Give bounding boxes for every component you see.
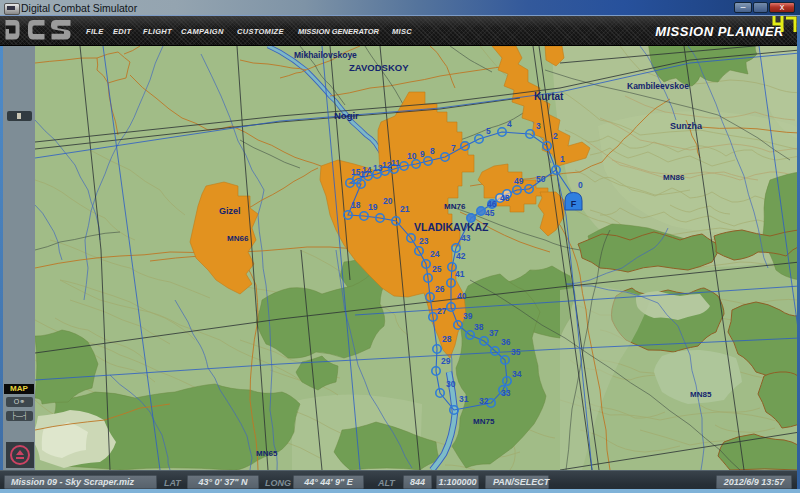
svg-text:32: 32 <box>479 396 489 406</box>
svg-text:1: 1 <box>560 154 565 164</box>
svg-text:34: 34 <box>512 369 522 379</box>
svg-text:29: 29 <box>441 356 451 366</box>
svg-text:36: 36 <box>501 337 511 347</box>
svg-text:21: 21 <box>400 204 410 214</box>
svg-text:17: 17 <box>360 169 370 179</box>
svg-text:MN76: MN76 <box>444 202 466 211</box>
svg-text:26: 26 <box>435 284 445 294</box>
svg-text:33: 33 <box>501 388 511 398</box>
svg-text:Sunzha: Sunzha <box>670 121 703 131</box>
svg-text:30: 30 <box>446 379 456 389</box>
svg-text:Gizel: Gizel <box>219 206 241 216</box>
svg-text:5: 5 <box>486 126 491 136</box>
svg-text:4: 4 <box>507 119 512 129</box>
svg-text:3: 3 <box>536 121 541 131</box>
svg-text:19: 19 <box>368 202 378 212</box>
svg-text:13: 13 <box>373 163 383 173</box>
svg-text:MN75: MN75 <box>473 417 495 426</box>
svg-text:41: 41 <box>455 269 465 279</box>
svg-text:2: 2 <box>553 131 558 141</box>
svg-text:Kurtat: Kurtat <box>534 91 564 102</box>
svg-text:24: 24 <box>430 249 440 259</box>
svg-text:50: 50 <box>536 174 546 184</box>
svg-text:42: 42 <box>456 251 466 261</box>
svg-text:18: 18 <box>351 200 361 210</box>
svg-text:46: 46 <box>487 199 497 209</box>
svg-text:37: 37 <box>489 328 499 338</box>
svg-text:48: 48 <box>500 193 510 203</box>
svg-text:49: 49 <box>514 176 524 186</box>
svg-text:35: 35 <box>511 347 521 357</box>
svg-text:23: 23 <box>419 236 429 246</box>
svg-text:38: 38 <box>474 322 484 332</box>
svg-text:VLADIKAVKAZ: VLADIKAVKAZ <box>414 221 489 233</box>
svg-text:MN66: MN66 <box>227 234 249 243</box>
svg-text:43: 43 <box>461 233 471 243</box>
svg-text:28: 28 <box>442 334 452 344</box>
svg-text:25: 25 <box>432 264 442 274</box>
svg-text:7: 7 <box>451 143 456 153</box>
svg-text:8: 8 <box>430 146 435 156</box>
svg-text:40: 40 <box>457 291 467 301</box>
svg-text:ZAVODSKOY: ZAVODSKOY <box>349 62 409 73</box>
svg-text:20: 20 <box>383 196 393 206</box>
svg-text:39: 39 <box>463 311 473 321</box>
svg-text:11: 11 <box>391 158 400 168</box>
svg-text:10: 10 <box>407 151 417 161</box>
svg-text:0: 0 <box>578 180 583 190</box>
svg-text:12: 12 <box>382 160 392 170</box>
svg-text:31: 31 <box>459 394 469 404</box>
svg-text:Nogir: Nogir <box>334 110 359 121</box>
svg-text:Mikhailovskoye: Mikhailovskoye <box>294 50 357 60</box>
svg-text:45: 45 <box>485 208 495 218</box>
svg-text:MN65: MN65 <box>256 449 278 458</box>
svg-text:MN85: MN85 <box>690 390 712 399</box>
svg-text:Kambileevskoe: Kambileevskoe <box>627 81 689 91</box>
svg-text:9: 9 <box>420 149 425 159</box>
svg-text:27: 27 <box>437 306 447 316</box>
svg-text:MN86: MN86 <box>663 173 685 182</box>
svg-text:F: F <box>571 199 577 209</box>
